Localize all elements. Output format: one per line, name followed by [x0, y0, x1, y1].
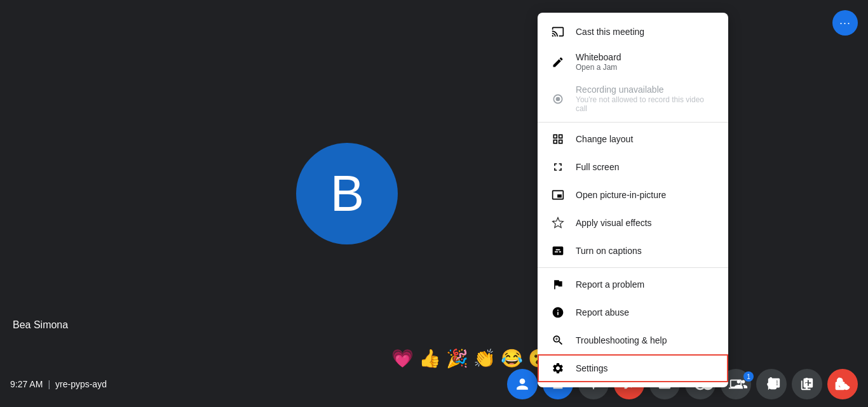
- help-search-icon: [550, 333, 566, 348]
- meeting-time: 9:27 AM: [10, 379, 43, 389]
- svg-point-2: [556, 97, 560, 101]
- top-right-dots-button[interactable]: ···: [832, 10, 858, 36]
- whiteboard-sublabel: Open a Jam: [576, 63, 621, 72]
- recording-content: Recording unavailable You're not allowed…: [576, 84, 715, 113]
- effects-label: Apply visual effects: [576, 218, 652, 228]
- report-abuse-label: Report abuse: [576, 307, 629, 317]
- pip-label: Open picture-in-picture: [576, 190, 666, 200]
- menu-item-settings[interactable]: Settings: [538, 354, 728, 382]
- whiteboard-label: Whiteboard: [576, 52, 621, 62]
- menu-item-captions[interactable]: Turn on captions: [538, 237, 728, 265]
- menu-item-pip[interactable]: Open picture-in-picture: [538, 181, 728, 209]
- chat-button[interactable]: [759, 369, 789, 399]
- control-bar: 9:27 AM | yre-pyps-ayd ⋮: [0, 361, 868, 407]
- cast-label: Cast this meeting: [576, 27, 644, 37]
- people-count-button[interactable]: 1: [726, 369, 756, 399]
- menu-item-cast[interactable]: Cast this meeting: [538, 18, 728, 46]
- menu-item-report-problem[interactable]: Report a problem: [538, 270, 728, 298]
- meeting-id: yre-pyps-ayd: [55, 379, 107, 389]
- settings-label: Settings: [576, 363, 608, 373]
- avatar: B: [296, 143, 398, 244]
- captions-icon: [550, 243, 566, 258]
- svg-point-1: [553, 95, 562, 103]
- gear-icon: [550, 361, 566, 376]
- lock-button[interactable]: [825, 369, 855, 399]
- menu-item-effects[interactable]: Apply visual effects: [538, 209, 728, 237]
- recording-label: Recording unavailable: [576, 84, 715, 95]
- report-problem-label: Report a problem: [576, 279, 644, 290]
- edit-icon: [550, 55, 566, 70]
- flag-icon: [550, 277, 566, 292]
- menu-item-fullscreen[interactable]: Full screen: [538, 153, 728, 181]
- pip-icon: [550, 187, 566, 203]
- cast-icon: [550, 24, 566, 39]
- people-button[interactable]: [507, 369, 538, 399]
- menu-item-troubleshooting[interactable]: Troubleshooting & help: [538, 326, 728, 354]
- divider-2: [538, 267, 728, 268]
- info-circle-icon: [550, 305, 566, 320]
- divider-1: [538, 122, 728, 123]
- dropdown-menu: Cast this meeting Whiteboard Open a Jam …: [538, 13, 728, 387]
- participant-name: Bea Simona: [13, 319, 68, 331]
- activities-button[interactable]: [792, 369, 822, 399]
- menu-item-report-abuse[interactable]: Report abuse: [538, 298, 728, 326]
- video-area: B Bea Simona 💗 👍 🎉 👏 😂 😮 😢 🤔 9:27 AM | y…: [0, 0, 868, 407]
- captions-label: Turn on captions: [576, 246, 642, 256]
- dots-icon: ···: [839, 17, 851, 30]
- sparkle-icon: [550, 215, 566, 230]
- meeting-info: 9:27 AM | yre-pyps-ayd: [10, 379, 107, 389]
- grid-icon: [550, 131, 566, 147]
- menu-item-recording: Recording unavailable You're not allowed…: [538, 78, 728, 119]
- recording-sublabel: You're not allowed to record this video …: [576, 95, 715, 113]
- recording-icon: [550, 91, 566, 107]
- avatar-container: B: [296, 143, 398, 244]
- people-badge: 1: [743, 371, 754, 382]
- fullscreen-label: Full screen: [576, 162, 619, 172]
- menu-item-layout[interactable]: Change layout: [538, 125, 728, 153]
- layout-label: Change layout: [576, 134, 633, 144]
- menu-item-whiteboard[interactable]: Whiteboard Open a Jam: [538, 46, 728, 78]
- troubleshooting-label: Troubleshooting & help: [576, 335, 667, 345]
- fullscreen-icon: [550, 159, 566, 175]
- whiteboard-content: Whiteboard Open a Jam: [576, 52, 621, 72]
